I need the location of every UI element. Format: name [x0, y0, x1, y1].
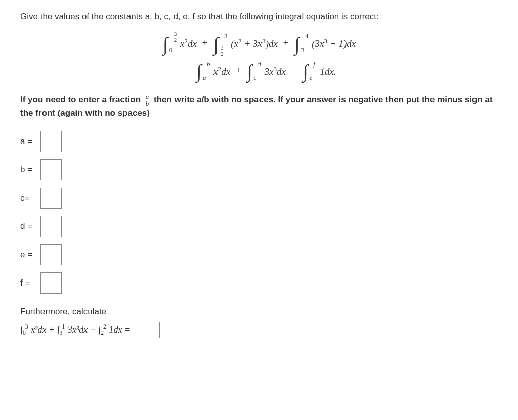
plus-op: +	[283, 37, 289, 48]
input-a[interactable]	[40, 131, 62, 152]
label-c: c=	[20, 193, 37, 203]
fraction-example: a b	[145, 93, 150, 107]
label-f: f =	[20, 278, 37, 288]
integral-term-2: ∫ 3 32 (x2 + 3x3)dx	[213, 32, 278, 55]
input-b[interactable]	[40, 159, 62, 180]
integral-term-e-f: ∫ f e 1dx.	[302, 60, 336, 82]
prompt-text: Give the values of the constants a, b, c…	[20, 12, 379, 21]
label-d: d =	[20, 221, 37, 231]
label-b: b =	[20, 165, 37, 175]
label-e: e =	[20, 250, 37, 260]
answer-row-f: f =	[20, 272, 498, 294]
plus-op: +	[202, 37, 208, 48]
equation-line-2: = ∫ b a x2dx + ∫ d c 3x3dx − ∫ f e 1dx.	[20, 60, 498, 82]
answer-row-e: e =	[20, 244, 498, 265]
integral-term-1: ∫ 32 0 x2dx	[162, 32, 197, 55]
integral-term-3: ∫ 4 3 (3x3 − 1)dx	[294, 32, 356, 55]
answer-row-a: a =	[20, 131, 498, 152]
integral-equation: ∫ 32 0 x2dx + ∫ 3 32 (x2 + 3x3)dx + ∫ 4 …	[20, 32, 498, 82]
furthermore-section: Furthermore, calculate ∫03 x²dx + ∫31 3x…	[20, 307, 498, 338]
calculate-expression: ∫03 x²dx + ∫31 3x³dx − ∫22 1dx =	[20, 322, 498, 338]
equation-line-1: ∫ 32 0 x2dx + ∫ 3 32 (x2 + 3x3)dx + ∫ 4 …	[20, 32, 498, 55]
input-d[interactable]	[40, 216, 62, 237]
integral-term-c-d: ∫ d c 3x3dx	[246, 60, 286, 82]
answer-row-d: d =	[20, 216, 498, 237]
input-calculate[interactable]	[134, 322, 160, 338]
answer-row-b: b =	[20, 159, 498, 180]
input-c[interactable]	[40, 188, 62, 209]
furthermore-label: Furthermore, calculate	[20, 307, 498, 317]
minus-op: −	[291, 65, 297, 75]
instructions-text-1: If you need to enter a fraction	[20, 95, 143, 104]
input-e[interactable]	[40, 244, 62, 265]
equals-op: =	[185, 65, 190, 75]
plus-op: +	[236, 65, 241, 75]
answer-row-c: c=	[20, 188, 498, 209]
question-prompt: Give the values of the constants a, b, c…	[20, 10, 498, 23]
integral-term-a-b: ∫ b a x2dx	[196, 60, 230, 82]
input-f[interactable]	[40, 272, 62, 294]
instructions: If you need to enter a fraction a b then…	[20, 93, 498, 120]
label-a: a =	[20, 136, 37, 147]
